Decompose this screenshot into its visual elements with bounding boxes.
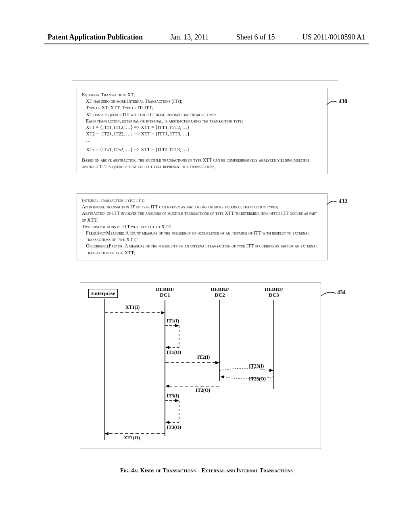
b430-l2: XT has zero or more Internal Transaction… — [86, 98, 322, 104]
self-line-it3 — [178, 401, 180, 422]
seq-head-dc2a: DEBB2/ — [204, 287, 236, 292]
b432-l3: Abstraction of ITT involves the analysis… — [82, 210, 322, 223]
seq-head-dc1b: DC1 — [149, 292, 181, 298]
b432-l5: FrequencyMeasure: A count measure of the… — [86, 230, 322, 243]
ref-430: 430 — [339, 98, 347, 105]
b430-l9: XTn = {ITn1, ITn2, …} => XTT = {ITT2, IT… — [86, 146, 322, 153]
svg-marker-12 — [165, 384, 169, 388]
lifeline-enterprise — [104, 299, 105, 440]
figure-caption: Fig. 4a: Kinds of Transactions – Externa… — [0, 468, 413, 474]
seq-head-dc1a: DEBB1/ — [149, 287, 181, 292]
b430-l4: XT has a sequence ITs with each IT being… — [86, 111, 322, 118]
label-xt1i: XT1(I) — [125, 304, 140, 310]
leader-432 — [327, 199, 338, 206]
arrow-it3i — [165, 398, 180, 403]
b432-l1: Internal Transaction Type: ITT; — [82, 197, 322, 204]
header-rule — [44, 44, 369, 44]
seq-head-dc3a: DEBB3/ — [258, 287, 290, 292]
b430-l7: XT2 = {IT21, IT22, …} => XTT = {ITT1, IT… — [86, 131, 322, 137]
leader-434 — [321, 290, 336, 297]
seq-head-dc1: DEBB1/ DC1 — [149, 287, 181, 298]
arrow-it1i — [165, 323, 180, 328]
svg-marker-9 — [269, 369, 273, 372]
box-432: Internal Transaction Type: ITT; An inter… — [77, 193, 327, 260]
label-xt1o: XT1(O) — [124, 435, 140, 441]
b432-l2: An internal transaction IT of type ITT c… — [82, 204, 322, 210]
header-sheet: Sheet 6 of 15 — [236, 33, 275, 42]
label-it1o: IT1(O) — [167, 349, 181, 355]
b430-l10: Based on above abstraction, the multiple… — [82, 157, 322, 170]
seq-head-dc2b: DC2 — [204, 292, 236, 298]
b430-l3: Type of XT: XTT; Type of IT: ITT; — [86, 104, 322, 111]
header-pubno: US 2011/0010590 A1 — [302, 33, 365, 42]
b432-l4: Two abstractions of ITT with respect to … — [82, 223, 322, 230]
page-header: Patent Application Publication Jan. 13, … — [48, 33, 365, 42]
svg-marker-17 — [165, 421, 169, 424]
svg-marker-10 — [220, 375, 224, 378]
self-line-it1 — [178, 326, 180, 347]
b432-l6: OccurrenceFactor: A measure of the possi… — [86, 243, 322, 256]
header-left: Patent Application Publication — [48, 33, 143, 42]
arrow-it2i — [165, 360, 220, 366]
page: Patent Application Publication Jan. 13, … — [0, 0, 413, 532]
svg-marker-1 — [161, 311, 165, 314]
svg-marker-8 — [215, 361, 219, 364]
leader-430 — [327, 99, 338, 106]
sequence-area: Enterprise DEBB1/ DC1 DEBB2/ DC2 DEBB3/ … — [80, 283, 321, 449]
b430-l8: … — [86, 137, 322, 143]
label-it3o: IT3(O) — [167, 424, 181, 430]
label-it2i: IT2(I) — [197, 354, 210, 360]
seq-head-dc2: DEBB2/ DC2 — [204, 287, 236, 298]
ref-432: 432 — [339, 198, 347, 205]
b430-l6: XT1 = {IT11, IT12, …} => XTT = {ITT1, IT… — [86, 124, 322, 131]
arrow-xt1i — [104, 310, 165, 316]
arrow-it2o — [165, 383, 220, 389]
label-it23i: IT23(I) — [249, 363, 264, 369]
box-434-sequence-diagram: Enterprise DEBB1/ DC1 DEBB2/ DC2 DEBB3/ … — [80, 282, 321, 449]
b430-l5: Each transaction, external or internal, … — [86, 118, 322, 124]
b430-l1: External Transaction: XT; — [82, 91, 322, 98]
seq-head-enterprise: Enterprise — [88, 289, 118, 298]
svg-marker-19 — [104, 432, 108, 435]
header-date: Jan. 13, 2011 — [170, 33, 209, 42]
box-430: External Transaction: XT; XT has zero or… — [77, 88, 327, 174]
svg-marker-6 — [165, 346, 169, 349]
ref-434: 434 — [337, 289, 346, 296]
seq-head-dc3: DEBB3/ DC3 — [258, 287, 290, 298]
label-it2o: IT2(O) — [196, 387, 210, 393]
lifeline-dc1 — [165, 300, 165, 436]
label-it23o: IT23(O) — [249, 376, 266, 382]
arrow-it23o — [220, 375, 274, 383]
seq-head-dc3b: DC3 — [258, 292, 290, 298]
